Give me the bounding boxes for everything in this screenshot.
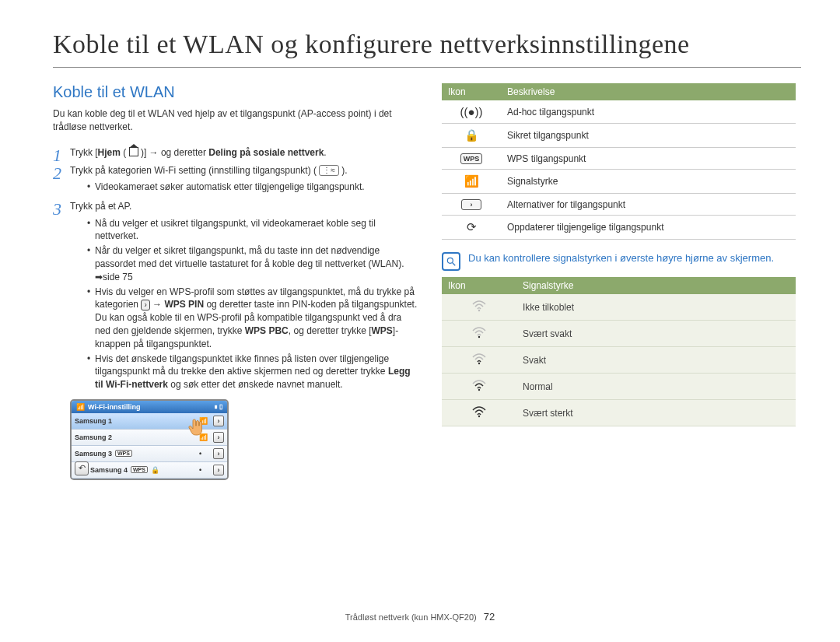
ap-row-3[interactable]: Samsung 3 WPS • › — [72, 446, 227, 462]
home-icon — [129, 147, 138, 156]
step-2: Trykk på kategorien Wi-Fi setting (innst… — [53, 164, 418, 194]
adhoc-icon: ((●)) — [460, 105, 482, 118]
table-row: WPSWPS tilgangspunkt — [442, 148, 796, 170]
th-icon: Ikon — [442, 83, 501, 100]
step-3-note-4: Hvis det ønskede tilgangspunktet ikke fi… — [87, 353, 418, 391]
wifi-bars-0-icon — [471, 300, 487, 314]
wifi-header-icon: 📶 — [76, 403, 85, 411]
table-row: ›Alternativer for tilgangspunkt — [442, 194, 796, 216]
wps-tag-icon: WPS — [115, 450, 132, 457]
arrow-right-icon: › — [461, 199, 481, 210]
svg-point-0 — [447, 258, 453, 263]
table-row: ⟳Oppdaterer tilgjengelige tilgangspunkt — [442, 216, 796, 240]
chevron-right-icon[interactable]: › — [213, 432, 224, 443]
table-row: Svært sterkt — [442, 400, 796, 426]
table-row: 📶Signalstyrke — [442, 170, 796, 194]
left-column: Koble til et WLAN Du kan koble deg til e… — [53, 83, 418, 480]
table-row: ((●))Ad-hoc tilgangspunkt — [442, 100, 796, 124]
section-title: Koble til et WLAN — [53, 83, 418, 101]
svg-point-2 — [478, 310, 480, 311]
wifi-bars-3-icon — [471, 379, 487, 393]
magnifier-icon — [442, 252, 460, 271]
signal-strength-table: Ikon Signalstyrke Ikke tilkoblet Svært s… — [442, 277, 796, 426]
step-2-note: Videokameraet søker automatisk etter til… — [87, 181, 418, 194]
chevron-right-icon[interactable]: › — [213, 416, 224, 426]
svg-line-1 — [453, 263, 456, 266]
chevron-right-icon[interactable]: › — [213, 465, 224, 475]
wifi-icon: 📶 — [464, 174, 479, 188]
wps-tag-icon: WPS — [131, 466, 148, 473]
icon-description-table: Ikon Beskrivelse ((●))Ad-hoc tilgangspun… — [442, 83, 796, 240]
ap-row-4[interactable]: Samsung 4 WPS 🔒 • › — [72, 462, 227, 479]
svg-point-5 — [478, 389, 480, 391]
svg-point-4 — [478, 363, 480, 364]
wifi-bars-4-icon — [471, 405, 487, 419]
wps-icon: WPS — [460, 153, 483, 164]
th-icon: Ikon — [442, 277, 516, 294]
lock-icon: 🔒 — [151, 466, 159, 474]
table-row: Svakt — [442, 347, 796, 374]
back-button[interactable]: ↶ — [75, 461, 89, 475]
step-3-note-1: Nå du velger et usikret tilgangspunkt, v… — [87, 217, 418, 244]
page-title: Koble til et WLAN og konfigurere nettver… — [53, 30, 801, 68]
info-note: Du kan kontrollere signalstyrken i øvers… — [442, 252, 796, 271]
page-footer: Trådløst nettverk (kun HMX-QF20) 72 — [0, 611, 840, 623]
step-3-note-3: Hvis du velger en WPS-profil som støttes… — [87, 286, 418, 351]
page-number: 72 — [484, 611, 495, 623]
lock-icon: 🔒 — [464, 128, 479, 142]
table-row: Normal — [442, 374, 796, 400]
th-description: Beskrivelse — [501, 83, 796, 100]
table-row: Svært svakt — [442, 321, 796, 347]
svg-point-6 — [478, 416, 480, 417]
step-3: Trykk på et AP. Nå du velger et usikret … — [53, 200, 418, 391]
step-3-note-2: Når du velger et sikret tilgangspunkt, m… — [87, 244, 418, 283]
refresh-icon: ⟳ — [467, 220, 477, 233]
right-column: Ikon Beskrivelse ((●))Ad-hoc tilgangspun… — [442, 83, 796, 480]
wifi-badge-icon: ⋮≈ — [319, 165, 339, 176]
touch-hand-icon — [187, 418, 205, 437]
intro-text: Du kan koble deg til et WLAN ved hjelp a… — [53, 107, 418, 134]
svg-point-3 — [478, 336, 480, 338]
note-text: Du kan kontrollere signalstyrken i øvers… — [468, 252, 774, 271]
wifi-bars-2-icon — [471, 353, 487, 367]
table-row: Ikke tilkoblet — [442, 294, 796, 321]
wifi-header-title: Wi-Fi-innstilling — [88, 403, 140, 411]
arrow-badge-icon: › — [141, 300, 149, 310]
step-1: Trykk [Hjem ( )] → og deretter Deling på… — [53, 146, 418, 160]
chevron-right-icon[interactable]: › — [213, 448, 224, 459]
wifi-settings-screenshot: 📶 Wi-Fi-innstilling ∎ ▯ Samsung 1 📶 › Sa… — [70, 399, 229, 480]
table-row: 🔒Sikret tilgangspunkt — [442, 124, 796, 148]
th-signal: Signalstyrke — [516, 277, 796, 294]
footer-text: Trådløst nettverk (kun HMX-QF20) — [345, 612, 477, 622]
wifi-bars-1-icon — [471, 326, 487, 340]
